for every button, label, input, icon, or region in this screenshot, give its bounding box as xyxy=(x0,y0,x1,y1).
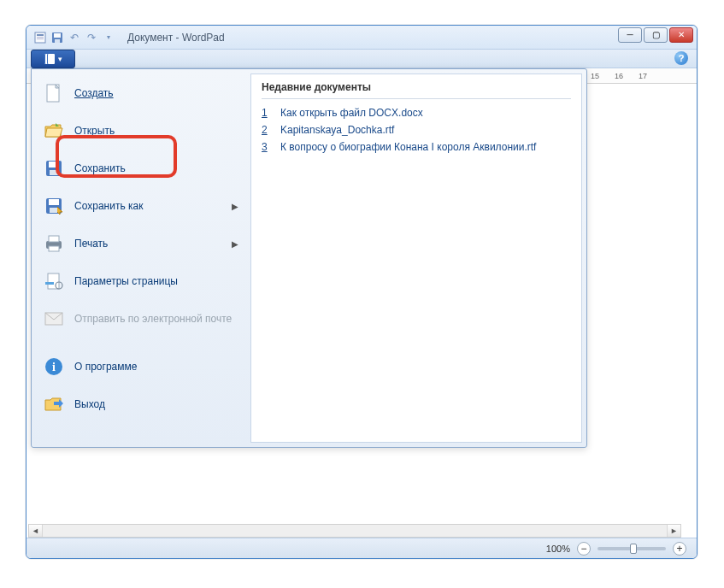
info-icon: i xyxy=(44,356,64,377)
zoom-slider-thumb[interactable] xyxy=(630,544,637,554)
titlebar: ↶ ↷ ▾ Документ - WordPad ─ ▢ ✕ xyxy=(26,26,697,50)
svg-rect-3 xyxy=(37,38,44,39)
scroll-right-button[interactable]: ► xyxy=(667,525,680,537)
menu-item-about[interactable]: i О программе xyxy=(37,348,245,385)
svg-rect-18 xyxy=(45,282,54,285)
new-document-icon xyxy=(44,83,64,103)
menu-item-new[interactable]: Создать xyxy=(37,74,245,112)
window-title: Документ - WordPad xyxy=(127,32,225,44)
file-menu-panel: Создать Открыть Сохранить Сохранить как xyxy=(31,68,587,448)
menu-label: Выход xyxy=(74,398,238,410)
zoom-percent: 100% xyxy=(546,544,570,554)
ruler-mark: 17 xyxy=(639,72,647,80)
save-icon xyxy=(44,158,64,179)
close-button[interactable]: ✕ xyxy=(669,27,693,43)
status-bar: 100% − + xyxy=(26,538,697,558)
menu-item-pagesetup[interactable]: Параметры страницы xyxy=(37,262,245,300)
recent-item-name: К вопросу о биографии Конана I короля Ак… xyxy=(280,141,536,153)
recent-item[interactable]: 2 Kapitanskaya_Dochka.rtf xyxy=(262,121,571,138)
svg-rect-16 xyxy=(49,246,59,251)
ruler-mark: 16 xyxy=(615,72,623,80)
exit-icon xyxy=(44,394,64,415)
menu-label: Создать xyxy=(74,87,238,99)
email-icon xyxy=(44,309,64,329)
minimize-button[interactable]: ─ xyxy=(618,27,642,43)
wordpad-window: ↶ ↷ ▾ Документ - WordPad ─ ▢ ✕ ▾ ? 15 16… xyxy=(26,25,698,559)
svg-rect-10 xyxy=(50,170,58,175)
file-menu-leftcol: Создать Открыть Сохранить Сохранить как xyxy=(32,69,250,447)
submenu-arrow-icon: ▶ xyxy=(232,239,238,249)
open-folder-icon xyxy=(44,121,64,141)
qat-undo-icon[interactable]: ↶ xyxy=(68,31,81,44)
svg-rect-17 xyxy=(48,273,59,289)
menu-label: Параметры страницы xyxy=(74,275,238,287)
svg-rect-6 xyxy=(55,39,60,43)
qat-redo-icon[interactable]: ↷ xyxy=(85,31,98,44)
saveas-icon xyxy=(44,196,64,216)
svg-rect-15 xyxy=(49,236,59,242)
svg-rect-13 xyxy=(50,208,58,213)
svg-rect-2 xyxy=(37,37,44,38)
recent-item[interactable]: 3 К вопросу о биографии Конана I короля … xyxy=(262,138,571,156)
menu-item-exit[interactable]: Выход xyxy=(37,385,245,423)
zoom-in-button[interactable]: + xyxy=(673,542,686,556)
submenu-arrow-icon: ▶ xyxy=(232,202,238,211)
menu-item-print[interactable]: Печать ▶ xyxy=(37,225,245,262)
menu-item-save[interactable]: Сохранить xyxy=(37,150,245,187)
recent-item-name: Kapitanskaya_Dochka.rtf xyxy=(280,124,394,136)
menu-item-email: Отправить по электронной почте xyxy=(37,300,245,338)
svg-rect-9 xyxy=(49,162,59,168)
horizontal-scrollbar[interactable]: ◄ ► xyxy=(28,524,681,538)
menu-label: Открыть xyxy=(74,125,238,137)
recent-item-number: 1 xyxy=(262,107,272,119)
zoom-slider[interactable] xyxy=(597,547,666,550)
recent-item-number: 3 xyxy=(262,141,272,153)
svg-rect-5 xyxy=(54,33,61,38)
menu-label: Сохранить xyxy=(74,162,238,174)
ribbon-bar: ▾ ? xyxy=(26,50,697,68)
menu-label: О программе xyxy=(74,361,238,373)
help-icon[interactable]: ? xyxy=(674,51,688,65)
menu-label: Сохранить как xyxy=(74,200,221,212)
scroll-left-button[interactable]: ◄ xyxy=(29,525,43,537)
recent-documents-panel: Недавние документы 1 Как открыть файл DO… xyxy=(250,74,582,443)
pagesetup-icon xyxy=(44,271,64,291)
recent-item[interactable]: 1 Как открыть файл DOCX.docx xyxy=(262,104,571,121)
file-menu-button[interactable]: ▾ xyxy=(31,50,75,68)
app-icon xyxy=(33,31,47,44)
svg-rect-1 xyxy=(37,34,44,36)
svg-text:i: i xyxy=(52,361,56,373)
qat-save-icon[interactable] xyxy=(50,31,64,44)
recent-item-number: 2 xyxy=(262,124,272,136)
maximize-button[interactable]: ▢ xyxy=(644,27,668,43)
recent-heading: Недавние документы xyxy=(262,81,571,99)
qat-dropdown-icon[interactable]: ▾ xyxy=(102,31,115,44)
menu-item-saveas[interactable]: Сохранить как ▶ xyxy=(37,187,245,225)
recent-item-name: Как открыть файл DOCX.docx xyxy=(280,107,423,119)
file-menu-icon xyxy=(44,54,55,64)
zoom-out-button[interactable]: − xyxy=(577,542,591,556)
menu-item-open[interactable]: Открыть xyxy=(37,112,245,150)
ruler-mark: 15 xyxy=(591,72,599,80)
chevron-down-icon: ▾ xyxy=(58,55,62,63)
menu-label: Печать xyxy=(74,238,221,250)
menu-label: Отправить по электронной почте xyxy=(74,313,238,325)
svg-rect-12 xyxy=(49,199,59,205)
print-icon xyxy=(44,233,64,254)
